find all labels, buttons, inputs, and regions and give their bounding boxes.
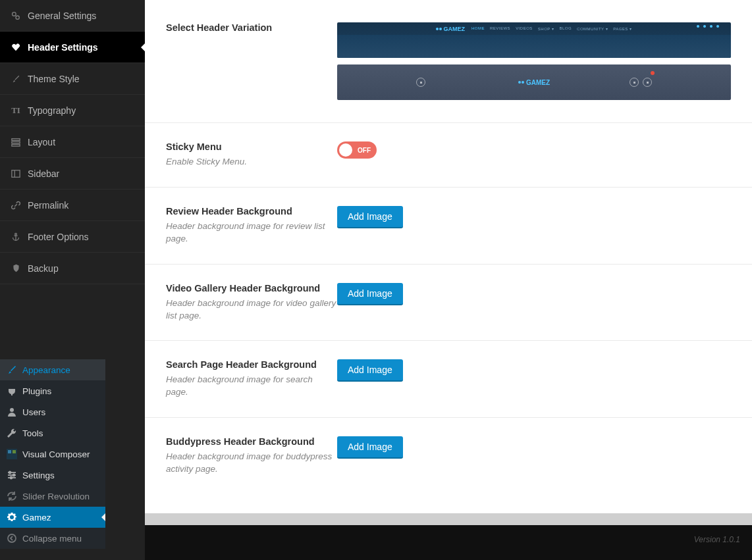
sidebar-item-sidebar[interactable]: Sidebar — [0, 158, 145, 190]
sidebar-item-backup[interactable]: Backup — [0, 253, 145, 284]
type-icon: TI — [11, 105, 21, 116]
section-desc: Header background image for video galler… — [166, 297, 337, 322]
sliders-icon — [7, 470, 17, 480]
section-desc: Header background image for buddypress a… — [166, 451, 337, 476]
shield-icon — [11, 263, 21, 274]
section-title: Review Header Background — [166, 206, 337, 216]
sidebar-item-label: Sidebar — [28, 168, 59, 179]
admin-item-label: Appearance — [22, 365, 70, 375]
preview-nav: HOME REVIEWS VIDEOS SHOP ▾ BLOG COMMUNIT… — [471, 26, 632, 31]
footer-version: Version 1.0.1 — [694, 535, 740, 544]
svg-point-17 — [9, 472, 11, 474]
sidebar-item-permalink[interactable]: Permalink — [0, 190, 145, 221]
svg-rect-2 — [12, 138, 20, 140]
section-desc: Enable Sticky Menu. — [166, 156, 337, 168]
section-video-gallery-header-background: Video Gallery Header Background Header b… — [145, 265, 752, 342]
admin-item-label: Collapse menu — [22, 534, 82, 544]
svg-rect-12 — [8, 450, 11, 453]
section-select-header-variation: Select Header Variation GAMEZ HOME REVIE… — [145, 0, 752, 123]
sidebar-item-header-settings[interactable]: Header Settings — [0, 32, 145, 63]
visual-composer-icon — [7, 449, 17, 459]
collapse-icon — [7, 533, 17, 544]
admin-item-slider-revolution[interactable]: Slider Revolution — [0, 486, 105, 507]
svg-point-0 — [13, 12, 16, 16]
svg-point-20 — [8, 534, 16, 542]
section-title: Video Gallery Header Background — [166, 283, 337, 293]
section-buddypress-header-background: Buddypress Header Background Header back… — [145, 418, 752, 494]
sidebar-item-layout[interactable]: Layout — [0, 126, 145, 158]
header-variation-option-1[interactable]: GAMEZ HOME REVIEWS VIDEOS SHOP ▾ BLOG CO… — [337, 22, 731, 58]
menu-circle-icon — [416, 78, 425, 87]
content-bottom-edge — [145, 513, 752, 525]
section-title: Select Header Variation — [166, 22, 337, 33]
admin-item-settings[interactable]: Settings — [0, 465, 105, 486]
admin-item-label: Tools — [22, 428, 43, 438]
refresh-icon — [7, 491, 17, 501]
svg-point-19 — [11, 477, 13, 479]
section-desc: Header background image for search page. — [166, 374, 337, 399]
link-icon — [11, 200, 21, 211]
admin-item-plugins[interactable]: Plugins — [0, 380, 105, 401]
admin-item-users[interactable]: Users — [0, 401, 105, 422]
wrench-icon — [7, 428, 17, 438]
sidebar-item-label: Backup — [28, 263, 59, 274]
section-search-page-header-background: Search Page Header Background Header bac… — [145, 341, 752, 418]
sidebar-item-label: Layout — [28, 137, 55, 147]
sidebar-item-label: Footer Options — [28, 232, 89, 242]
layout-icon — [11, 137, 21, 147]
plug-icon — [7, 386, 17, 396]
heart-icon — [11, 42, 21, 53]
preview-header-icons — [697, 25, 719, 28]
cart-circle-icon — [643, 78, 652, 87]
gear-icon — [7, 512, 17, 522]
svg-point-7 — [15, 233, 17, 235]
admin-item-visual-composer[interactable]: Visual Composer — [0, 444, 105, 465]
gears-icon — [11, 11, 21, 21]
toggle-knob — [339, 143, 352, 157]
admin-item-label: Settings — [22, 471, 55, 480]
anchor-icon — [11, 232, 21, 242]
svg-point-18 — [13, 474, 15, 476]
brush-icon — [7, 365, 17, 375]
admin-item-label: Plugins — [22, 386, 51, 396]
admin-item-collapse-menu[interactable]: Collapse menu — [0, 528, 105, 549]
sidebar-item-theme-style[interactable]: Theme Style — [0, 63, 145, 95]
section-review-header-background: Review Header Background Header backgrou… — [145, 188, 752, 265]
svg-rect-13 — [13, 450, 16, 453]
admin-item-tools[interactable]: Tools — [0, 422, 105, 444]
admin-item-label: Visual Composer — [22, 449, 90, 459]
section-desc: Header background image for review list … — [166, 220, 337, 245]
section-title: Sticky Menu — [166, 141, 337, 152]
admin-item-appearance[interactable]: Appearance — [0, 359, 105, 380]
search-circle-icon — [630, 78, 639, 87]
svg-point-1 — [16, 16, 19, 19]
add-image-button[interactable]: Add Image — [337, 359, 403, 382]
sidebar-item-footer-options[interactable]: Footer Options — [0, 221, 145, 253]
admin-item-label: Users — [22, 407, 45, 417]
sidebar-icon — [11, 168, 21, 179]
logo-icon: GAMEZ — [436, 26, 465, 32]
sidebar-item-general-settings[interactable]: General Settings — [0, 0, 145, 32]
sidebar-item-label: Typography — [28, 105, 76, 116]
sidebar-item-label: Permalink — [28, 200, 68, 211]
wp-admin-sidebar: Appearance Plugins Users Tools Visual Co… — [0, 359, 105, 549]
add-image-button[interactable]: Add Image — [337, 283, 403, 305]
admin-item-label: Gamez — [22, 513, 51, 522]
sidebar-item-label: General Settings — [28, 11, 96, 21]
notification-badge-icon — [651, 71, 655, 75]
add-image-button[interactable]: Add Image — [337, 436, 403, 459]
svg-rect-5 — [12, 170, 20, 177]
section-sticky-menu: Sticky Menu Enable Sticky Menu. OFF — [145, 123, 752, 188]
sidebar-item-label: Header Settings — [28, 42, 98, 53]
header-variation-option-2[interactable]: GAMEZ — [337, 64, 731, 100]
toggle-state-label: OFF — [358, 147, 371, 154]
section-title: Search Page Header Background — [166, 359, 337, 370]
add-image-button[interactable]: Add Image — [337, 206, 403, 228]
brush-icon — [11, 74, 21, 84]
sidebar-item-typography[interactable]: TI Typography — [0, 95, 145, 126]
sticky-menu-toggle[interactable]: OFF — [337, 141, 377, 159]
settings-content: Select Header Variation GAMEZ HOME REVIE… — [145, 0, 752, 525]
admin-item-label: Slider Revolution — [22, 492, 90, 501]
admin-item-gamez[interactable]: Gamez — [0, 507, 105, 528]
sidebar-item-label: Theme Style — [28, 74, 80, 84]
